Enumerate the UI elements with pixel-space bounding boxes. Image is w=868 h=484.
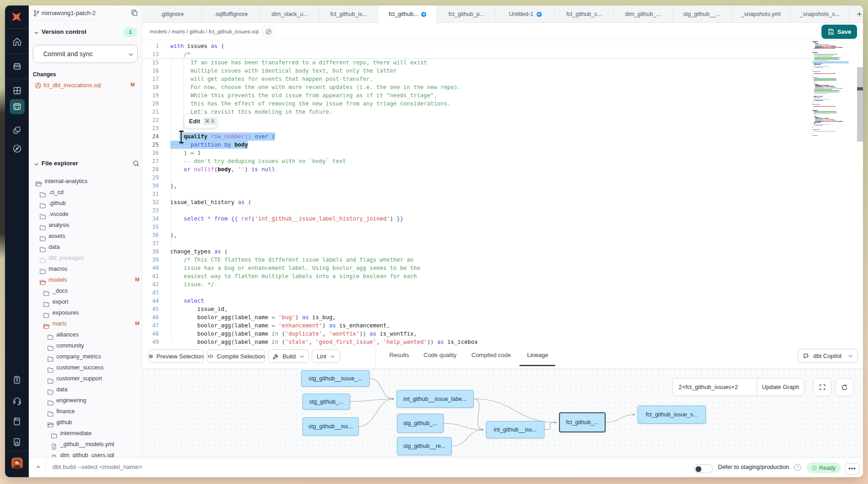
tree-item-.ci_cd[interactable]: .ci_cd [29,187,142,198]
code-line-26: 26 ) = 1 [143,149,809,157]
tree-item-dbt_packages[interactable]: dbt_packages [29,253,142,264]
dbt-logo-icon[interactable] [5,10,29,23]
lineage-selector-input[interactable]: 2+fct_github_issues+2 [673,379,757,395]
tree-item-intermediate[interactable]: intermediate [29,428,142,439]
lineage-node-3[interactable]: int_github__issue_labe... [397,390,474,408]
tree-item-finance[interactable]: finance [29,406,142,417]
environments-icon[interactable] [5,61,29,71]
active-panel-tab-underline [519,365,555,366]
tree-item-customer_success[interactable]: customer_success [29,363,142,374]
tab-fct_github...[interactable]: fct_github... [378,5,437,23]
tree-item-marts[interactable]: martsM [29,319,142,330]
explore-icon[interactable] [5,144,29,153]
preview-selection-button[interactable]: Preview Selection [148,349,204,363]
tab-Untitled-1[interactable]: Untitled-1 [496,5,555,23]
compile-selection-button[interactable]: Compile Selection [207,349,265,363]
tree-item-dim_github_users.sql[interactable]: dim_github_users.sql [29,450,142,457]
orchestration-icon[interactable] [5,126,29,135]
tree-item-export[interactable]: export [29,297,142,308]
code-editor[interactable]: 1with issues as (13 /*15 If an issue has… [143,40,863,348]
lineage-node-8[interactable]: fct_github_issue_s... [638,405,706,424]
save-button[interactable]: Save [821,25,857,39]
commit-and-sync-button[interactable]: Commit and sync [33,45,138,63]
tab-.gitignore[interactable]: .gitignore [143,5,202,23]
tree-item-data[interactable]: data [29,242,142,253]
expand-command-icon[interactable] [35,464,42,470]
defer-toggle[interactable] [694,464,713,473]
file-explorer-header[interactable]: File explorer [29,158,142,169]
changelog-icon[interactable] [5,437,29,447]
tree-item-exposures[interactable]: exposures [29,308,142,319]
tab-_snapshots_s...[interactable]: _snapshots_s... [790,5,849,23]
panel-tab-compiled-code[interactable]: Compiled code [471,352,511,358]
code-editor-icon[interactable] [5,102,29,111]
tab-dim_slack_u...[interactable]: dim_slack_u... [261,5,319,23]
tab-_snapshots.yml[interactable]: _snapshots.yml [732,5,790,23]
tab-stg_github__...[interactable]: stg_github__... [673,5,732,23]
update-graph-button[interactable]: Update Graph [757,379,804,395]
copy-branch-icon[interactable] [131,9,138,17]
lineage-node-7[interactable]: fct_github_... [559,412,606,432]
build-button[interactable]: Build [268,349,309,363]
tab-fct_github_is...[interactable]: fct_github_is... [319,5,378,23]
tree-item-models[interactable]: modelsM [29,275,142,286]
git-branch-icon [33,10,40,17]
version-control-title[interactable]: Version control [42,28,86,35]
tree-item-analysis[interactable]: analysis [29,220,142,231]
defer-help-icon[interactable]: ? [794,464,801,471]
dashboard-icon[interactable] [5,86,29,95]
tab-.sqlfluffignore[interactable]: .sqlfluffignore [202,5,261,23]
tree-item-_docs[interactable]: _docs [29,286,142,297]
new-tab-button[interactable] [849,5,863,22]
lineage-node-0[interactable]: stg_github__issue_... [301,370,370,387]
tree-item-_github__models.yml[interactable]: _github__models.yml [29,439,142,450]
tree-item-company_metrics[interactable]: company_metrics [29,352,142,363]
tree-item-engineering[interactable]: engineering [29,395,142,406]
tree-item-.github[interactable]: .github [29,198,142,209]
search-icon[interactable] [132,160,140,167]
tree-item-assets[interactable]: assets [29,231,142,242]
lint-button[interactable]: Lint [312,349,340,363]
tab-fct_github_p...[interactable]: fct_github_p... [437,5,496,23]
tree-item-community[interactable]: community [29,341,142,352]
tab-dim_github_...[interactable]: dim_github_... [614,5,673,23]
tree-item-internal-analytics[interactable]: internal-analytics [29,176,142,187]
breadcrumb[interactable]: models / marts / github / fct_github_iss… [150,28,259,35]
home-icon[interactable] [5,37,29,47]
panel-tab-results[interactable]: Results [389,352,409,358]
notes-icon[interactable] [5,375,29,384]
lineage-node-5[interactable]: stg_github__re... [397,437,452,455]
lineage-node-4[interactable]: stg_github_... [397,414,444,433]
ready-status-badge[interactable]: Ready [807,463,841,473]
support-icon[interactable] [5,396,29,405]
tree-item-alliances[interactable]: alliances [29,330,142,341]
branch-name[interactable]: mirnawong1-patch-2 [42,10,96,16]
changed-file-name: fct_dbt_invocations.sql [43,82,101,89]
minimap[interactable] [812,41,857,136]
editor-scrollbar-thumb[interactable] [857,67,863,142]
tree-item-.vscode[interactable]: .vscode [29,209,142,220]
open-docs-icon-button[interactable] [262,26,275,37]
more-options-button[interactable]: ••• [845,463,859,474]
edit-tooltip[interactable]: Edit ⌘ B [184,114,217,128]
tab-fct_github_c...[interactable]: fct_github_c... [555,5,614,23]
tree-item-customer_support[interactable]: customer_support [29,374,142,384]
vc-chevron-icon[interactable] [33,30,39,36]
tree-item-github[interactable]: github [29,417,142,428]
command-input[interactable]: dbt build --select <model_name> [52,463,142,470]
panel-tab-lineage[interactable]: Lineage [527,352,548,358]
lineage-node-6[interactable]: int_github__iss... [486,421,544,438]
changed-file-item[interactable]: fct_dbt_invocations.sql [35,81,138,90]
lineage-node-1[interactable]: stg_github_... [303,394,350,410]
lineage-node-2[interactable]: stg_github__iss... [303,417,359,436]
panel-tab-code-quality[interactable]: Code quality [424,352,456,358]
refresh-button[interactable] [835,378,853,396]
code-line-18: 18 For now, choose the one with more rec… [143,83,809,91]
fullscreen-button[interactable] [813,378,831,396]
docs-icon[interactable] [5,417,29,426]
code-line-44: 44 select [143,297,809,305]
avatar[interactable] [5,458,29,469]
dbt-copilot-button[interactable]: dbt Copilot [798,349,858,363]
tree-item-macros[interactable]: macros [29,264,142,275]
tree-item-data[interactable]: data [29,384,142,395]
